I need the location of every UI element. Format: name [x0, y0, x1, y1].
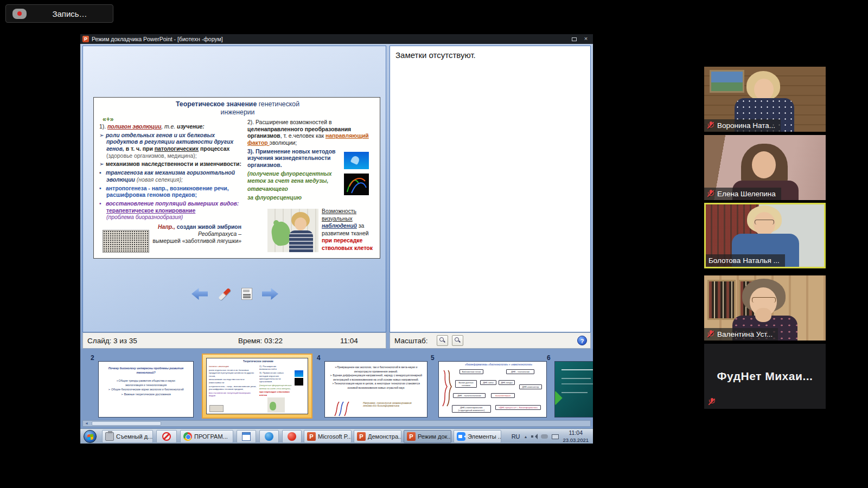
fluorescent-protein-image	[344, 174, 369, 195]
close-button[interactable]: ×	[581, 35, 591, 43]
taskbar-label: Microsoft P...	[318, 433, 352, 440]
notes-pane[interactable]: Заметки отсутствуют.	[390, 46, 591, 332]
participant-tile-valentina[interactable]: Валентина Уст...	[704, 275, 826, 341]
diagram-box: ДНК-секвенирование (структурный компонен…	[452, 405, 491, 413]
slide-line-1: 1). полигон эволюции, т.е. изучение:	[99, 124, 241, 131]
run: живой эмбрион	[197, 224, 241, 230]
record-icon	[12, 9, 27, 19]
system-tray: RU ▲ 11:04 23.03.2021	[512, 429, 592, 444]
slide-title: Теоретическое значение генетической инже…	[159, 100, 316, 117]
run: в т. ч. при	[124, 146, 155, 152]
usb-drive-icon	[105, 432, 114, 441]
green-piglet	[270, 221, 292, 247]
scrollbar-thumb[interactable]	[92, 421, 161, 426]
thumb4-line: ➢Превращение как экологии, так и биотехн…	[328, 365, 424, 374]
thumb2-line: ➢ Общие биологические корни экологии и б…	[102, 387, 190, 391]
participant-video-off: ФудНет Михаи...	[704, 344, 826, 409]
cloud-icon[interactable]	[541, 434, 548, 439]
participant-name-label: Елена Шелепина	[704, 188, 781, 200]
thumb3-right-col: 2). Расширение возможностей в 3). Примен…	[259, 365, 292, 397]
taskbar-removable-disk[interactable]: Съемный д...	[102, 430, 153, 443]
tray-expand-arrow[interactable]: ▲	[524, 435, 528, 439]
tray-clock[interactable]: 11:04 23.03.2021	[563, 429, 592, 443]
run: при пересадке стволовых клеток	[322, 237, 373, 251]
run: антропогенеза - напр., возникновение реч…	[106, 185, 229, 198]
thumb-number: 4	[317, 354, 321, 362]
notes-empty-text: Заметки отсутствуют.	[390, 46, 590, 64]
next-slide-button[interactable]	[262, 288, 278, 300]
run: , т. е.человек как	[280, 133, 326, 139]
mini-protein	[295, 378, 303, 386]
taskbar-chrome[interactable]: ПРОГРАМ...	[180, 430, 233, 443]
taskbar-presenter-mode[interactable]: P Режим док...	[404, 430, 451, 443]
run: (проблема биоразнообразия)	[106, 214, 183, 220]
scroll-left-arrow[interactable]: ◂	[83, 421, 90, 426]
speaker-icon[interactable]	[531, 434, 537, 439]
elapsed-time: Время: 03:22	[238, 337, 283, 345]
participant-name: Валентина Уст...	[717, 330, 773, 338]
thumbnail-slide-6[interactable]	[554, 361, 593, 418]
participant-tile-shelepina[interactable]: Елена Шелепина	[704, 135, 826, 200]
thumb4-line: ➢Технологизация науки в целом, а некотор…	[328, 382, 424, 390]
thumbnail-slide-2[interactable]: Почему биоэкологу интересны проблемы раз…	[98, 361, 194, 418]
thumbnail-slide-4[interactable]: ➢Превращение как экологии, так и биотехн…	[324, 361, 427, 418]
current-slide-preview[interactable]: Теоретическое значение генетической инже…	[93, 97, 380, 259]
participant-tile-bolotova-active-speaker[interactable]: Болотова Наталья ...	[704, 203, 826, 268]
run: эволюции;	[270, 140, 297, 146]
notes-tool-icon[interactable]	[241, 288, 252, 300]
chrome-icon	[183, 432, 192, 441]
zoom-out-button[interactable]	[452, 335, 463, 346]
slide-line-2: 2). Расширение возможностей в целенаправ…	[247, 119, 376, 147]
recording-indicator[interactable]: Запись…	[5, 4, 113, 23]
thumbnail-slide-5[interactable]: «биоинформатика» «биотехнологии» + «нано…	[438, 361, 547, 418]
taskbar-blue-app[interactable]	[259, 430, 279, 443]
slide-bullet: ▪трансгеноза как механизма горизонтально…	[99, 170, 241, 183]
cabinet-glass	[707, 280, 736, 320]
participant-tile-voronina[interactable]: Воронина Ната...	[704, 67, 826, 132]
taskbar-slideshow[interactable]: P Демонстра...	[354, 430, 401, 443]
taskbar-microsoft-powerpoint[interactable]: P Microsoft P...	[304, 430, 352, 443]
taskbar-blocked-app[interactable]	[156, 430, 177, 443]
glasses	[752, 297, 776, 303]
taskbar-zoom-elements[interactable]: Элементы ...	[454, 430, 501, 443]
slide-green-note: (получение флуоресцентных меток за счет …	[247, 171, 341, 184]
participant-name-centered: ФудНет Михаи...	[704, 344, 826, 409]
participant-tile-fudnet[interactable]: ФудНет Михаи...	[704, 344, 826, 409]
diagram-box: ДНК-компьютер	[519, 384, 542, 389]
zoom-in-button[interactable]	[437, 335, 448, 346]
slide-line-3: 3). Применение новых методов изучения жи…	[247, 149, 341, 169]
child-face	[295, 217, 307, 230]
muted-mic-icon	[707, 330, 714, 338]
previous-slide-button[interactable]	[192, 288, 208, 300]
pen-tool-icon[interactable]	[218, 287, 231, 300]
taskbar-app-window[interactable]	[237, 430, 256, 443]
child-body	[289, 230, 313, 252]
help-button[interactable]: ?	[577, 336, 587, 345]
thumb4-text: ➢Превращение как экологии, так и биотехн…	[325, 362, 427, 390]
powerpoint-show-icon: P	[357, 432, 366, 441]
language-indicator[interactable]: RU	[512, 433, 520, 440]
run: процессах	[199, 146, 229, 152]
mini-frog-eggs	[209, 405, 224, 412]
network-display-icon[interactable]	[552, 434, 559, 439]
bullet-marker: •	[99, 185, 106, 192]
frog-eggs-image	[103, 230, 149, 253]
run: 1).	[99, 124, 107, 130]
muted-mic-icon	[707, 190, 714, 198]
diagram-box: ДНК-зонды	[499, 380, 515, 385]
start-button[interactable]	[84, 430, 97, 443]
thumbnail-slide-3-current[interactable]: Теоретическое значение полигон эволюции …	[202, 354, 312, 419]
thumbnails-scrollbar[interactable]: ◂	[82, 420, 591, 427]
mini-run: восстановление популяций вымерших видов:	[209, 391, 257, 397]
taskbar-label: Режим док...	[418, 433, 451, 440]
windows-taskbar: Съемный д... ПРОГРАМ...	[80, 428, 593, 444]
taskbar-red-app[interactable]	[282, 430, 302, 443]
presenter-nav-controls	[83, 288, 387, 300]
thumb6-line	[561, 392, 588, 393]
participant-name: Воронина Ната...	[717, 121, 775, 130]
mini-run: (получение флуоресцентных меток за счет …	[259, 384, 292, 390]
thumb-number: 2	[91, 354, 94, 362]
restore-button[interactable]	[569, 35, 579, 43]
recording-label: Запись…	[27, 9, 113, 18]
slide-observation-block: Возможность визуальных наблюдений за раз…	[322, 208, 377, 252]
